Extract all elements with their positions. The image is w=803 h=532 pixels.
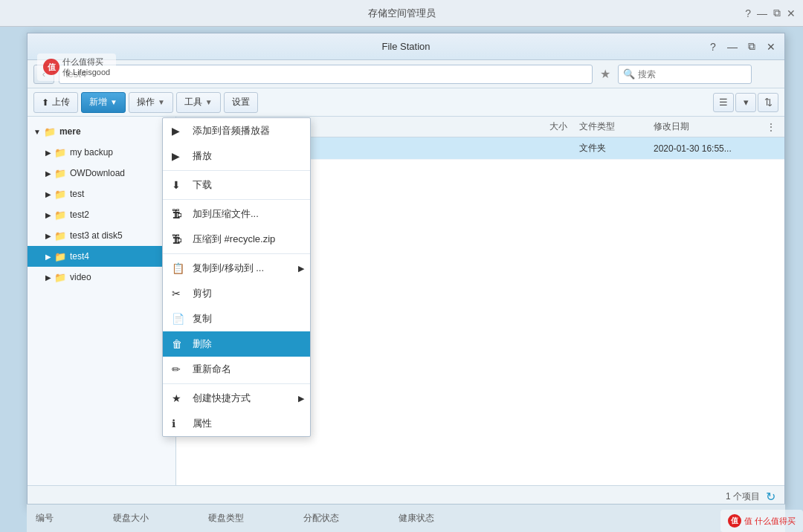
test4-arrow-icon: ▶ <box>45 253 51 261</box>
test4-folder-icon: 📁 <box>54 251 66 262</box>
context-menu: ▶ 添加到音频播放器 ▶ 播放 ⬇ 下载 🗜 加到压缩文件... 🗜 压缩到 #… <box>162 117 311 437</box>
watermark-top: 值 什么值得买 传 Lifeisgood <box>37 53 116 81</box>
sidebar-root[interactable]: ▼ 📁 mere <box>28 121 175 142</box>
add-label: 新增 <box>89 96 107 108</box>
menu-delete[interactable]: 🗑 删除 <box>163 331 310 357</box>
menu-download[interactable]: ⬇ 下载 <box>163 172 310 198</box>
menu-label-copy-move: 复制到/移动到 ... <box>193 262 264 275</box>
owdownload-arrow-icon: ▶ <box>45 169 51 178</box>
bg-help-btn[interactable]: ? <box>745 7 751 19</box>
menu-properties[interactable]: ℹ 属性 <box>163 411 310 436</box>
bottom-wm-text: 值 什么值得买 <box>744 516 796 527</box>
sidebar-label-my-backup: my backup <box>70 147 113 158</box>
menu-label-compress: 加到压缩文件... <box>193 207 259 221</box>
fs-help-btn[interactable]: ? <box>706 39 720 54</box>
action-btn[interactable]: 操作 ▼ <box>129 92 173 113</box>
settings-btn[interactable]: 设置 <box>224 92 258 113</box>
play-icon-1: ▶ <box>172 125 187 137</box>
root-arrow-icon: ▼ <box>33 128 41 136</box>
fs-minimize-btn[interactable]: — <box>725 39 740 54</box>
menu-label-properties: 属性 <box>193 417 212 430</box>
test-folder-icon: 📁 <box>54 189 66 200</box>
shortcut-icon: ★ <box>172 392 187 404</box>
menu-play[interactable]: ▶ 播放 <box>163 143 310 169</box>
copy-icon: 📄 <box>172 313 187 325</box>
test2-arrow-icon: ▶ <box>45 211 51 219</box>
menu-copy-move[interactable]: 📋 复制到/移动到 ... ▶ <box>163 256 310 281</box>
bg-minimize-btn[interactable]: — <box>757 7 767 19</box>
menu-copy[interactable]: 📄 复制 <box>163 306 310 331</box>
menu-rename[interactable]: ✏ 重新命名 <box>163 357 310 382</box>
bookmark-btn[interactable]: ★ <box>597 67 613 81</box>
sidebar-label-test2: test2 <box>70 210 89 220</box>
test-arrow-icon: ▶ <box>45 190 51 198</box>
bg-maximize-btn[interactable]: ⧉ <box>773 7 781 19</box>
compress-icon-1: 🗜 <box>172 208 187 220</box>
storage-bar: 编号 硬盘大小 硬盘类型 分配状态 健康状态 <box>27 504 785 532</box>
list-view-btn[interactable]: ☰ <box>713 93 734 112</box>
menu-label-copy: 复制 <box>193 312 212 325</box>
menu-divider-2 <box>163 199 310 200</box>
col-size: 大小 <box>514 120 573 133</box>
menu-label-cut: 剪切 <box>193 287 212 300</box>
sidebar-item-video[interactable]: ▶ 📁 video <box>28 267 175 288</box>
mybackup-folder-icon: 📁 <box>54 147 66 158</box>
shortcut-sub-arrow: ▶ <box>298 394 304 403</box>
menu-label-shortcut: 创建快捷方式 <box>193 392 251 405</box>
tools-btn[interactable]: 工具 ▼ <box>176 92 221 113</box>
storage-col-alloc: 分配状态 <box>303 512 339 525</box>
view-buttons: ☰ ▾ ⇅ <box>713 93 778 112</box>
address-input[interactable] <box>59 65 593 84</box>
bg-close-btn[interactable]: ✕ <box>787 7 796 19</box>
storage-col-number: 编号 <box>36 512 54 525</box>
menu-label-add-to-player: 添加到音频播放器 <box>193 124 270 137</box>
menu-shortcut[interactable]: ★ 创建快捷方式 ▶ <box>163 386 310 411</box>
sidebar-item-test4[interactable]: ▶ 📁 test4 <box>28 246 175 267</box>
add-arrow-icon: ▼ <box>110 98 117 106</box>
sidebar-item-test2[interactable]: ▶ 📁 test2 <box>28 204 175 225</box>
menu-label-compress-recycle: 压缩到 #recycle.zip <box>193 233 275 246</box>
rename-icon: ✏ <box>172 363 187 375</box>
test2-folder-icon: 📁 <box>54 210 66 221</box>
menu-divider-1 <box>163 170 310 171</box>
view-option-btn[interactable]: ▾ <box>735 93 756 112</box>
test3-folder-icon: 📁 <box>54 230 66 241</box>
upload-icon: ⬆ <box>42 97 49 108</box>
menu-cut[interactable]: ✂ 剪切 <box>163 281 310 306</box>
sort-btn[interactable]: ⇅ <box>758 93 778 112</box>
test3-arrow-icon: ▶ <box>45 232 51 240</box>
menu-compress[interactable]: 🗜 加到压缩文件... <box>163 201 310 227</box>
compress-icon-2: 🗜 <box>172 233 187 245</box>
sidebar-item-test3[interactable]: ▶ 📁 test3 at disk5 <box>28 225 175 246</box>
col-type: 文件类型 <box>573 120 648 133</box>
play-icon-2: ▶ <box>172 150 187 162</box>
bg-title-controls: ? — ⧉ ✕ <box>745 7 796 19</box>
refresh-btn[interactable]: ↻ <box>766 490 775 504</box>
sidebar-label-owdownload: OWDownload <box>70 168 125 178</box>
delete-icon: 🗑 <box>172 338 187 350</box>
bg-title-bar: 存储空间管理员 ? — ⧉ ✕ <box>0 0 803 27</box>
bg-title-text: 存储空间管理员 <box>368 7 436 20</box>
search-input[interactable] <box>638 69 746 80</box>
tools-arrow-icon: ▼ <box>205 98 213 106</box>
sidebar-label-test: test <box>70 189 84 199</box>
sidebar-item-owdownload[interactable]: ▶ 📁 OWDownload <box>28 163 175 184</box>
sidebar-item-my-backup[interactable]: ▶ 📁 my backup <box>28 142 175 163</box>
storage-col-size: 硬盘大小 <box>113 512 149 525</box>
sidebar-root-label: mere <box>59 126 81 137</box>
add-btn[interactable]: 新增 ▼ <box>81 92 126 113</box>
file-station-window: File Station ? — ⧉ ✕ ‹ ★ 🔍 ⬆ 上传 新增 ▼ 操作 … <box>27 33 785 508</box>
copymove-sub-arrow: ▶ <box>298 264 304 273</box>
menu-divider-3 <box>163 253 310 254</box>
fs-close-btn[interactable]: ✕ <box>764 39 778 54</box>
menu-compress-recycle[interactable]: 🗜 压缩到 #recycle.zip <box>163 227 310 252</box>
fs-title-bar: File Station ? — ⧉ ✕ <box>28 33 784 60</box>
fs-maximize-btn[interactable]: ⧉ <box>744 39 759 54</box>
menu-label-rename: 重新命名 <box>193 363 231 376</box>
menu-add-to-player[interactable]: ▶ 添加到音频播放器 <box>163 118 310 143</box>
status-count: 1 个项目 <box>726 490 760 503</box>
mybackup-arrow-icon: ▶ <box>45 149 51 157</box>
storage-col-type: 硬盘类型 <box>208 512 244 525</box>
upload-btn[interactable]: ⬆ 上传 <box>33 92 78 113</box>
sidebar-item-test[interactable]: ▶ 📁 test <box>28 184 175 204</box>
